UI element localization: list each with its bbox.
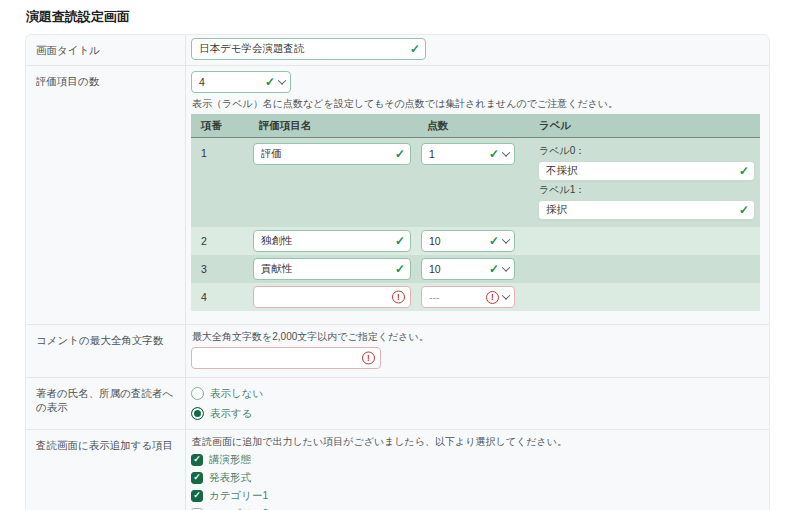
screen-title-label: 画面タイトル	[26, 35, 186, 65]
table-row: 2 ✓ 10 ✓	[191, 227, 760, 255]
score-value: 1	[429, 148, 489, 160]
valid-check-icon: ✓	[265, 76, 275, 88]
radio-icon[interactable]	[191, 407, 204, 420]
valid-check-icon: ✓	[395, 263, 405, 275]
settings-form: 画面タイトル ✓ 評価項目の数 4 ✓ 表示（ラベル）名に点数などを設定してもそ…	[25, 34, 770, 510]
eval-name-field: ✓	[253, 258, 411, 280]
table-row: 3 ✓ 10 ✓	[191, 255, 760, 283]
screen-title-input[interactable]	[192, 39, 425, 59]
valid-check-icon: ✓	[395, 235, 405, 247]
score-select[interactable]: 10 ✓	[421, 258, 515, 280]
radio-option-hide[interactable]: 表示しない	[191, 385, 763, 402]
radio-label: 表示しない	[210, 387, 263, 401]
score-select[interactable]: --- !	[421, 286, 515, 308]
eval-count-value: 4	[199, 76, 265, 88]
radio-icon[interactable]	[191, 387, 204, 400]
eval-name-input[interactable]	[254, 287, 410, 307]
score-value: 10	[429, 263, 489, 275]
eval-name-field: ✓	[253, 143, 411, 165]
label1-field: ✓	[538, 200, 755, 220]
check-mark-icon: ✓	[193, 491, 201, 500]
comment-limit-note: 最大全角文字数を2,000文字以内でご指定ください。	[192, 330, 763, 344]
form-row-screen-title: 画面タイトル ✓	[26, 35, 769, 66]
checkbox-label: カテゴリー1	[209, 489, 268, 503]
valid-check-icon: ✓	[489, 235, 499, 247]
chevron-down-icon	[502, 292, 510, 300]
eval-name-input[interactable]	[254, 259, 410, 279]
checkbox-icon[interactable]: ✓	[191, 472, 203, 484]
row-number: 4	[191, 291, 253, 303]
label1-caption: ラベル1：	[539, 183, 755, 197]
checkbox-icon[interactable]: ✓	[191, 490, 203, 502]
valid-check-icon: ✓	[739, 165, 749, 177]
comment-limit-field: !	[191, 347, 381, 369]
score-value: 10	[429, 235, 489, 247]
screen-title-field: ✓	[191, 38, 426, 60]
radio-label: 表示する	[210, 407, 253, 421]
comment-limit-label: コメントの最大全角文字数	[26, 325, 186, 377]
valid-check-icon: ✓	[739, 204, 749, 216]
eval-count-select[interactable]: 4 ✓	[191, 71, 291, 93]
chevron-down-icon	[502, 149, 510, 157]
error-icon: !	[362, 352, 375, 365]
score-select[interactable]: 1 ✓	[421, 143, 515, 165]
additional-items-note: 査読画面に追加で出力したい項目がございましたら、以下より選択してください。	[192, 435, 763, 449]
valid-check-icon: ✓	[489, 148, 499, 160]
chevron-down-icon	[502, 236, 510, 244]
checkbox-option[interactable]: ✓ カテゴリー1	[191, 488, 763, 504]
check-mark-icon: ✓	[193, 473, 201, 482]
label0-caption: ラベル0：	[539, 144, 755, 158]
eval-count-note: 表示（ラベル）名に点数などを設定してもその点数では集計されませんのでご注意くださ…	[192, 97, 763, 111]
additional-items-label: 査読画面に表示追加する項目	[26, 430, 186, 510]
checkbox-option[interactable]: ✓ 発表形式	[191, 470, 763, 486]
chevron-down-icon	[502, 264, 510, 272]
form-row-additional-items: 査読画面に表示追加する項目 査読画面に追加で出力したい項目がございましたら、以下…	[26, 430, 769, 510]
checkbox-icon[interactable]: ✓	[191, 454, 203, 466]
col-header-no: 項番	[191, 119, 253, 133]
eval-name-input[interactable]	[254, 231, 410, 251]
checkbox-label: 講演形態	[209, 453, 251, 467]
col-header-name: 評価項目名	[253, 119, 421, 133]
col-header-score: 点数	[421, 119, 533, 133]
check-mark-icon: ✓	[193, 455, 201, 464]
checkbox-option[interactable]: ✓ 講演形態	[191, 452, 763, 468]
comment-limit-input[interactable]	[192, 348, 380, 368]
col-header-label: ラベル	[533, 119, 760, 133]
error-icon: !	[392, 291, 405, 304]
page-title: 演題査読設定画面	[26, 8, 800, 26]
form-row-eval-items: 評価項目の数 4 ✓ 表示（ラベル）名に点数などを設定してもその点数では集計され…	[26, 66, 769, 325]
form-row-author-display: 著者の氏名、所属の査読者への表示 表示しない 表示する	[26, 378, 769, 430]
review-settings-page: 演題査読設定画面 画面タイトル ✓ 評価項目の数 4 ✓ 表示（ラベル）名に点数	[0, 0, 800, 510]
error-icon: !	[486, 291, 499, 304]
author-display-label: 著者の氏名、所属の査読者への表示	[26, 378, 186, 429]
row-number: 2	[191, 235, 253, 247]
chevron-down-icon	[278, 77, 286, 85]
table-header-row: 項番 評価項目名 点数 ラベル	[191, 114, 760, 138]
score-select[interactable]: 10 ✓	[421, 230, 515, 252]
checkbox-label: 発表形式	[209, 471, 251, 485]
valid-check-icon: ✓	[410, 43, 420, 55]
table-row: 1 ✓ 1 ✓	[191, 138, 760, 227]
label0-field: ✓	[538, 161, 755, 181]
eval-count-label: 評価項目の数	[26, 66, 186, 324]
eval-name-field: !	[253, 286, 411, 308]
score-value: ---	[429, 291, 486, 303]
checkbox-option[interactable]: ✓ カテゴリー2	[191, 506, 763, 510]
label0-input[interactable]	[539, 162, 754, 180]
eval-name-input[interactable]	[254, 144, 410, 164]
eval-name-field: ✓	[253, 230, 411, 252]
radio-option-show[interactable]: 表示する	[191, 405, 763, 422]
label1-input[interactable]	[539, 201, 754, 219]
valid-check-icon: ✓	[395, 148, 405, 160]
table-row: 4 ! --- !	[191, 283, 760, 311]
form-row-comment-limit: コメントの最大全角文字数 最大全角文字数を2,000文字以内でご指定ください。 …	[26, 325, 769, 378]
row-number: 3	[191, 263, 253, 275]
row-number: 1	[191, 142, 253, 159]
valid-check-icon: ✓	[489, 263, 499, 275]
eval-items-table: 項番 評価項目名 点数 ラベル 1 ✓	[191, 114, 760, 311]
